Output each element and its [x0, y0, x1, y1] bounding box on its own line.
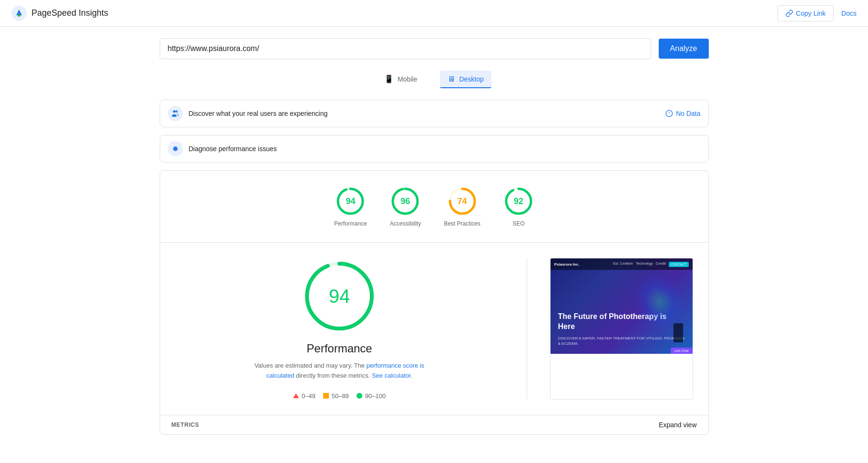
- app-title: PageSpeed Insights: [31, 8, 108, 18]
- score-value-accessibility: 96: [400, 196, 410, 206]
- pagespeed-logo: [11, 6, 27, 21]
- scores-row: 94 Performance 96 Accessibility: [160, 171, 708, 243]
- main-content: Analyze 📱 Mobile 🖥 Desktop Discover what…: [148, 27, 720, 446]
- legend-average: 50–89: [323, 392, 349, 400]
- score-value-performance: 94: [346, 196, 355, 206]
- tab-desktop-label: Desktop: [459, 75, 483, 83]
- info-icon: [665, 110, 673, 117]
- copy-link-button[interactable]: Copy Link: [777, 5, 834, 21]
- big-score-number: 94: [329, 286, 350, 307]
- diagnose-text: Diagnose performance issues: [189, 145, 277, 153]
- score-label-accessibility: Accessibility: [390, 220, 421, 227]
- detail-left: 94 Performance Values are estimated and …: [175, 258, 504, 400]
- svg-point-9: [174, 148, 176, 150]
- no-data-badge: No Data: [665, 110, 700, 117]
- tab-mobile-label: Mobile: [398, 75, 417, 83]
- analyze-button[interactable]: Analyze: [659, 39, 709, 59]
- no-data-text: No Data: [676, 110, 700, 117]
- calculator-link[interactable]: See calculator.: [372, 372, 412, 379]
- detail-section: 94 Performance Values are estimated and …: [160, 243, 708, 415]
- score-label-performance: Performance: [334, 220, 367, 227]
- score-circle-performance: 94: [335, 186, 366, 216]
- diagnose-icon: [168, 141, 183, 156]
- pass-icon: [357, 393, 362, 399]
- desktop-icon: 🖥: [448, 75, 455, 83]
- detail-title: Performance: [306, 342, 372, 355]
- scores-card: 94 Performance 96 Accessibility: [160, 170, 709, 435]
- preview-subtitle: DISCOVER A SAFER, FASTER TREATMENT FOR V…: [558, 336, 685, 346]
- docs-link[interactable]: Docs: [841, 10, 857, 17]
- header-left: PageSpeed Insights: [11, 6, 108, 21]
- detail-description: Values are estimated and may vary. The p…: [244, 361, 435, 381]
- search-bar: Analyze: [160, 38, 709, 59]
- fail-icon: [293, 393, 299, 398]
- preview-nav-2: Technology: [636, 262, 653, 267]
- score-circle-seo: 92: [503, 186, 534, 216]
- legend-fail: 0–49: [293, 392, 316, 400]
- average-icon: [323, 393, 329, 399]
- metrics-label: METRICS: [172, 422, 199, 428]
- legend-pass-range: 90–100: [365, 392, 386, 400]
- banner-left-2: Diagnose performance issues: [168, 141, 277, 156]
- preview-chat: Lets Chat: [671, 348, 693, 354]
- desc-middle-text: directly from these metrics.: [296, 372, 370, 379]
- header-right: Copy Link Docs: [777, 5, 857, 21]
- legend-average-range: 50–89: [332, 392, 349, 400]
- score-label-best-practices: Best Practices: [444, 220, 480, 227]
- score-accessibility[interactable]: 96 Accessibility: [390, 186, 421, 227]
- tab-bar: 📱 Mobile 🖥 Desktop: [160, 71, 709, 88]
- svg-point-3: [175, 110, 178, 113]
- copy-link-label: Copy Link: [796, 10, 826, 17]
- link-icon: [786, 10, 793, 17]
- header: PageSpeed Insights Copy Link Docs: [0, 0, 868, 27]
- score-label-seo: SEO: [512, 220, 524, 227]
- tab-desktop[interactable]: 🖥 Desktop: [440, 71, 491, 88]
- legend-fail-range: 0–49: [302, 392, 316, 400]
- legend: 0–49 50–89 90–100: [293, 392, 386, 400]
- preview-image: Psiaurora Inc. Est. Contition Technology…: [551, 258, 693, 354]
- tab-mobile[interactable]: 📱 Mobile: [377, 71, 425, 88]
- preview-logo: Psiaurora Inc.: [554, 262, 580, 267]
- real-users-text: Discover what your real users are experi…: [189, 110, 328, 117]
- preview-figure: [674, 323, 683, 342]
- metrics-footer: METRICS Expand view: [160, 415, 708, 434]
- preview-nav-1: Est. Contition: [613, 262, 633, 267]
- mobile-icon: 📱: [384, 74, 394, 83]
- big-score-circle: 94: [301, 258, 378, 334]
- score-circle-accessibility: 96: [390, 186, 420, 216]
- site-preview: Psiaurora Inc. Est. Contition Technology…: [550, 258, 693, 400]
- score-value-best-practices: 74: [458, 196, 467, 206]
- url-input[interactable]: [160, 38, 651, 59]
- svg-point-2: [173, 110, 175, 113]
- diagnose-banner: Diagnose performance issues: [160, 135, 709, 163]
- banner-left: Discover what your real users are experi…: [168, 106, 328, 121]
- svg-point-1: [18, 14, 20, 17]
- score-best-practices[interactable]: 74 Best Practices: [444, 186, 480, 227]
- vertical-divider: [527, 258, 527, 400]
- preview-nav: Est. Contition Technology Conditi CONTAC…: [613, 262, 688, 267]
- real-users-banner: Discover what your real users are experi…: [160, 100, 709, 127]
- score-performance[interactable]: 94 Performance: [334, 186, 367, 227]
- desc-before: Values are estimated and may vary. The: [255, 362, 365, 369]
- score-seo[interactable]: 92 SEO: [503, 186, 534, 227]
- preview-nav-3: Conditi: [655, 262, 666, 267]
- users-icon: [168, 106, 183, 121]
- score-circle-best-practices: 74: [447, 186, 478, 216]
- legend-pass: 90–100: [357, 392, 386, 400]
- score-value-seo: 92: [514, 196, 523, 206]
- expand-view-link[interactable]: Expand view: [659, 421, 696, 429]
